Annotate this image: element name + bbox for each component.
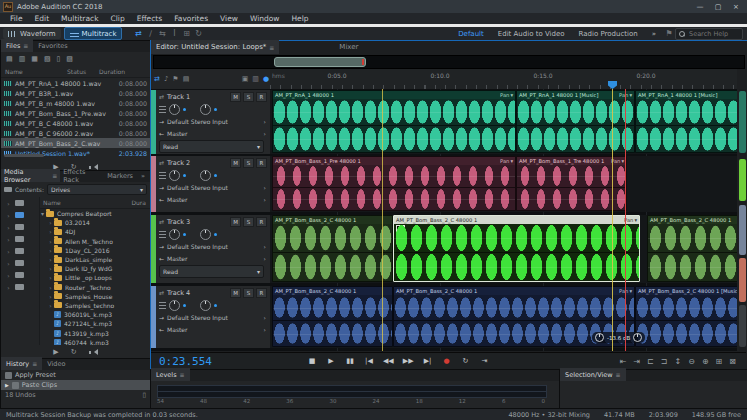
- clip-loop-knob-icon[interactable]: [633, 333, 642, 342]
- arm-record-button[interactable]: R: [256, 92, 267, 102]
- record-button[interactable]: ●: [442, 357, 452, 365]
- media-file[interactable]: ♪427124L_k.mp3: [39, 319, 150, 328]
- history-item-selected[interactable]: ▶ Paste Clips: [1, 380, 150, 390]
- mixdown-icon[interactable]: ⇄: [154, 75, 160, 83]
- solo-button[interactable]: S: [243, 217, 254, 227]
- vertical-navigator[interactable]: [739, 89, 746, 351]
- stop-button[interactable]: ■: [307, 357, 317, 365]
- workspace-overflow-button[interactable]: »: [645, 30, 663, 38]
- history-item[interactable]: Apply Preset: [1, 370, 150, 380]
- timeline-overview-bar[interactable]: [153, 55, 745, 69]
- files-column-headers[interactable]: Name Status Duration: [1, 66, 150, 78]
- drive-item[interactable]: ›: [1, 233, 39, 245]
- audio-clip-selected[interactable]: AM_PT_Bom_Bass_2_C 48000 1Pan▾: [393, 215, 640, 282]
- menu-window[interactable]: Window: [244, 14, 286, 23]
- marker-line[interactable]: [382, 89, 383, 351]
- output-selector[interactable]: ←Master›: [151, 323, 270, 335]
- timeline-ruler[interactable]: hms 0:05.0 0:10.0 0:15.0 0:20.0: [270, 69, 737, 90]
- panel-menu-icon[interactable]: ≡: [52, 172, 57, 179]
- lasso-tool-icon[interactable]: ↻: [192, 29, 204, 38]
- title-bar[interactable]: Au Adobe Audition CC 2018 — ▢ ×: [0, 0, 747, 13]
- drive-item[interactable]: ›: [1, 221, 39, 233]
- audio-clip[interactable]: AM_PT_RnA_1 48000 1 [Music]: [635, 90, 737, 153]
- pan-knob[interactable]: [200, 229, 211, 240]
- pan-knob[interactable]: [200, 170, 211, 181]
- navigator-scroll-thumb[interactable]: [739, 305, 746, 347]
- panel-menu-icon[interactable]: ≡: [269, 44, 274, 51]
- preview-play-button[interactable]: ▶: [53, 348, 58, 356]
- audio-clip[interactable]: AM_PT_Bom_Bass_2_C 48000 1: [272, 286, 393, 347]
- drive-item[interactable]: ›: [1, 245, 39, 257]
- close-button[interactable]: ×: [729, 3, 743, 11]
- drive-item[interactable]: ›: [1, 209, 39, 221]
- tab-effects-rack[interactable]: Effects Rack: [60, 169, 104, 182]
- tab-media-browser[interactable]: Media Browser≡: [1, 169, 60, 182]
- solo-button[interactable]: S: [243, 158, 254, 168]
- new-file-icon[interactable]: ▦: [31, 55, 38, 63]
- file-row[interactable]: AM_PT_RnA_1 48000 1.wav0:08.000: [1, 78, 150, 88]
- track-header-2[interactable]: ⇄ Track 2 MSR →Default Stereo Input› ←Ma…: [151, 156, 270, 212]
- file-row[interactable]: AM_PT_B_C 96000 2.wav0:08.000: [1, 128, 150, 138]
- solo-button[interactable]: S: [243, 288, 254, 298]
- track-visibility-icon[interactable]: ▥: [252, 75, 259, 83]
- timeline-track-area[interactable]: AM_PT_RnA_1 48000 1Pan▾ AM_PT_RnA_1 4800…: [270, 89, 737, 351]
- audio-clip[interactable]: AM_PT_Bom_Bass_1_Tre 48000 1Pan▾: [516, 156, 627, 211]
- record-time-line[interactable]: [625, 89, 626, 351]
- solo-button[interactable]: S: [243, 92, 254, 102]
- volume-knob[interactable]: [169, 104, 180, 115]
- search-help-input[interactable]: [687, 29, 739, 39]
- metronome-icon[interactable]: ♪: [164, 75, 168, 83]
- menu-favorites[interactable]: Favorites: [168, 14, 214, 23]
- automation-mode-dropdown[interactable]: Read▾: [159, 265, 264, 278]
- mute-button[interactable]: M: [230, 158, 241, 168]
- audio-clip[interactable]: AM_PT_Bom_Bass_2_C 48000 1: [647, 215, 737, 282]
- track-lane-4[interactable]: AM_PT_Bom_Bass_2_C 48000 1 AM_PT_Bom_Bas…: [270, 286, 737, 348]
- history-trash-icon[interactable]: ▯: [142, 391, 146, 399]
- audio-clip[interactable]: AM_PT_RnA_1 48000 1Pan▾: [272, 90, 516, 153]
- tab-video[interactable]: Video: [42, 357, 70, 370]
- skip-selection-button[interactable]: ⇥: [480, 357, 490, 365]
- media-file[interactable]: ♪413919_k.mp3: [39, 328, 150, 337]
- track-header-1[interactable]: ⇄ Track 1 MSR →Default Stereo Input› ←Ma…: [151, 90, 270, 154]
- clip-gain-hud[interactable]: -13.6 dB: [592, 332, 645, 343]
- file-row[interactable]: AM_PT_Bom_Bass_1_Pre.wav0:08.000: [1, 108, 150, 118]
- tab-markers[interactable]: Markers: [104, 169, 136, 182]
- navigator-track4-segment[interactable]: [739, 258, 746, 302]
- media-folder[interactable]: ›DarkLas_simple: [39, 255, 150, 264]
- track-lane-2[interactable]: AM_PT_Bom_Bass_1_Pre 48000 1Pan▾ AM_PT_B…: [270, 156, 737, 212]
- file-row-selected[interactable]: AM_PT_Bom_Bass_2_C.wav0:08.000: [1, 138, 150, 148]
- overview-scroll-thumb[interactable]: [274, 57, 366, 67]
- preview-speaker-icon[interactable]: [89, 349, 98, 356]
- move-to-start-button[interactable]: |◀: [364, 357, 374, 365]
- media-file[interactable]: ♪306019L_k.mp3: [39, 310, 150, 319]
- menu-edit[interactable]: Edit: [29, 14, 56, 23]
- panel-menu-icon[interactable]: ≡: [616, 371, 621, 378]
- workspace-edit-audio-to-video[interactable]: Edit Audio to Video: [491, 30, 572, 38]
- properties-icon[interactable]: ▤: [183, 75, 190, 83]
- automation-mode-dropdown[interactable]: Read▾: [159, 140, 264, 153]
- slip-tool-icon[interactable]: ⇆: [156, 29, 168, 38]
- audio-clip[interactable]: AM_PT_RnA_1 48000 1 [Music]Pan▾: [516, 90, 635, 153]
- menu-file[interactable]: File: [4, 14, 29, 23]
- zoom-vertical-button[interactable]: ↕: [674, 357, 681, 366]
- tab-files[interactable]: Files≡: [1, 39, 33, 52]
- drive-item[interactable]: ›: [1, 281, 39, 293]
- play-button[interactable]: ▶: [326, 357, 336, 365]
- output-selector[interactable]: ←Master›: [151, 193, 270, 205]
- playhead-line[interactable]: [612, 89, 613, 351]
- file-row[interactable]: AM_PT_B_m 48000 1.wav0:08.000: [1, 98, 150, 108]
- zoom-to-selection-button[interactable]: ⊞: [716, 357, 723, 366]
- input-selector[interactable]: →Default Stereo Input›: [151, 240, 270, 252]
- navigator-track2-segment[interactable]: [739, 159, 746, 201]
- tab-history[interactable]: History≡: [1, 357, 42, 370]
- zoom-out-button[interactable]: ⊖: [688, 357, 695, 366]
- navigator-track1-segment[interactable]: [739, 91, 746, 153]
- zoom-to-selection-in-button[interactable]: ⊏: [647, 357, 654, 366]
- pause-button[interactable]: ▮▮: [345, 357, 355, 365]
- track-header-3[interactable]: ⇄ Track 3 MSR →Default Stereo Input› ←Ma…: [151, 215, 270, 283]
- audio-clip[interactable]: AM_PT_Bom_Bass_2_C 48000 1: [272, 215, 393, 282]
- zoom-to-selection-out-button[interactable]: ⊐: [661, 357, 668, 366]
- workspace-flag-icon[interactable]: ⚑: [663, 29, 675, 38]
- media-folder-root[interactable]: ▾Compres Beatport: [39, 209, 150, 218]
- volume-knob[interactable]: [169, 170, 180, 181]
